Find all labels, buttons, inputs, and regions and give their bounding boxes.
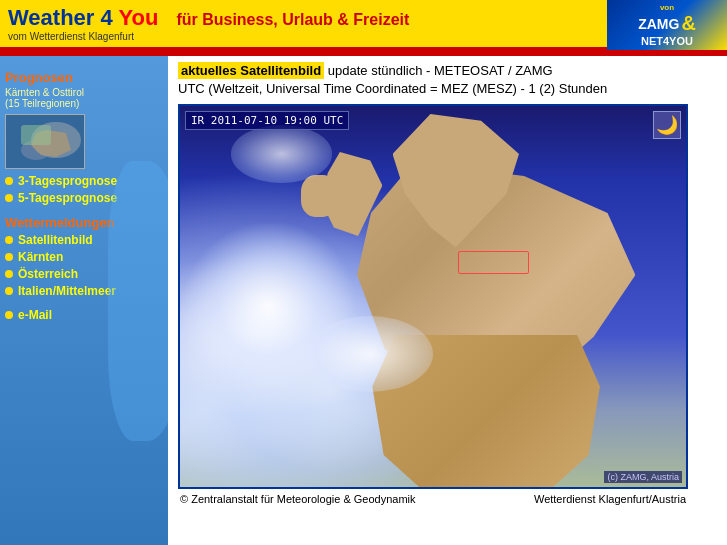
heading-highlight: aktuelles Satellitenbild [178,62,324,79]
footer-right: Wetterdienst Klagenfurt/Austria [534,493,686,505]
sidebar-link-italien[interactable]: Italien/Mittelmeer [18,284,116,298]
zamg-logo: von ZAMG & NET4YOU [607,0,727,50]
cloud-patch-1 [307,316,434,392]
zamg-top-text: von [660,3,674,12]
satellite-copyright: (c) ZAMG, Austria [604,471,682,483]
bullet-icon [5,311,13,319]
net-you-text: NET4YOU [641,35,693,47]
satellite-image [180,106,686,487]
heading-rest: update stündlich - METEOSAT / ZAMG [324,63,553,78]
sidebar-item-3tage[interactable]: 3-Tagesprognose [5,174,163,188]
heading-subtext: UTC (Weltzeit, Universal Time Coordinate… [178,81,607,96]
site-tagline: für Business, Urlaub & Freizeit [176,11,409,29]
bullet-icon [5,236,13,244]
austria-outline [458,251,529,274]
sidebar-link-5tage[interactable]: 5-Tagesprognose [18,191,117,205]
sidebar-item-italien[interactable]: Italien/Mittelmeer [5,284,163,298]
sidebar-link-3tage[interactable]: 3-Tagesprognose [18,174,117,188]
sidebar-item-kaernten[interactable]: Kärnten [5,250,163,264]
sidebar-item-email[interactable]: e-Mail [5,308,163,322]
sidebar-link-satellit[interactable]: Satellitenbild [18,233,93,247]
sidebar-item-satellit[interactable]: Satellitenbild [5,233,163,247]
sidebar-section-wetter: Wettermeldungen [5,215,163,230]
sidebar-link-kaernten[interactable]: Kärnten [18,250,63,264]
sidebar-subtitle-prognosen: Kärnten & Osttirol(15 Teilregionen) [5,87,163,109]
content-area: aktuelles Satellitenbild update stündlic… [168,56,727,545]
top-bar: Weather 4 You für Business, Urlaub & Fre… [0,0,727,50]
satellite-footer: © Zentralanstalt für Meteorologie & Geod… [178,489,688,505]
sidebar-section-prognosen: Prognosen [5,70,163,85]
sidebar-item-oesterreich[interactable]: Österreich [5,267,163,281]
land-ireland [301,175,336,217]
footer-left: © Zentralanstalt für Meteorologie & Geod… [180,493,416,505]
bullet-icon [5,287,13,295]
sidebar: Prognosen Kärnten & Osttirol(15 Teilregi… [0,56,168,545]
site-title: Weather 4 You [8,5,158,31]
bullet-icon [5,177,13,185]
site-subtitle: vom Wetterdienst Klagenfurt [8,31,409,42]
sidebar-map [5,114,85,169]
bullet-icon [5,253,13,261]
satellite-timestamp: IR 2011-07-10 19:00 UTC [185,111,349,130]
cloud-patch-2 [231,125,332,182]
moon-icon: 🌙 [653,111,681,139]
content-header: aktuelles Satellitenbild update stündlic… [178,62,717,98]
sidebar-item-5tage[interactable]: 5-Tagesprognose [5,191,163,205]
bullet-icon [5,270,13,278]
satellite-image-container: IR 2011-07-10 19:00 UTC 🌙 (c) ZAMG, Aust… [178,104,688,489]
sidebar-link-email[interactable]: e-Mail [18,308,52,322]
zamg-amp: & [681,12,695,35]
logo-left: Weather 4 You für Business, Urlaub & Fre… [0,5,409,42]
zamg-badge: von ZAMG & NET4YOU [638,3,696,47]
sidebar-link-oesterreich[interactable]: Österreich [18,267,78,281]
bullet-icon [5,194,13,202]
zamg-main-text: ZAMG [638,16,679,32]
main-layout: Prognosen Kärnten & Osttirol(15 Teilregi… [0,56,727,545]
